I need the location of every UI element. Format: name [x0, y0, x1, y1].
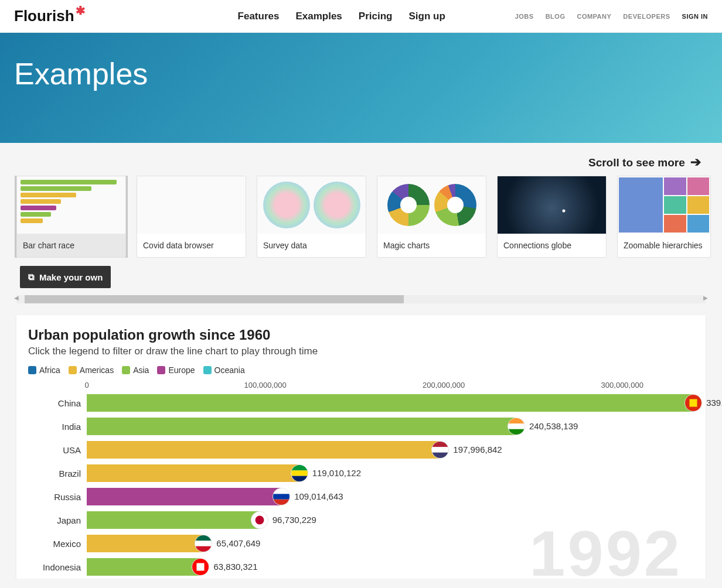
bar-value-label: 339,719,066: [706, 398, 722, 408]
card-label: Magic charts: [377, 234, 486, 257]
bar-category-label: Mexico: [40, 539, 87, 549]
card-label: Zoomable hierarchies: [618, 234, 710, 257]
nav-developers[interactable]: DEVELOPERS: [623, 13, 670, 20]
hero-banner: Examples: [0, 33, 722, 143]
legend-swatch: [28, 366, 36, 374]
nav-company[interactable]: COMPANY: [577, 13, 611, 20]
nav-features[interactable]: Features: [238, 11, 280, 22]
bar-track: 197,996,842: [87, 441, 694, 459]
main-nav: Features Examples Pricing Sign up: [238, 11, 445, 22]
legend-swatch: [69, 366, 77, 374]
examples-carousel[interactable]: Bar chart race Covid data browser Survey…: [0, 176, 722, 258]
bar-value-label: 63,830,321: [213, 562, 257, 572]
bar-fill[interactable]: [87, 441, 440, 459]
arrow-right-icon: ➔: [690, 155, 701, 169]
legend-swatch: [122, 366, 130, 374]
country-flag-icon: [273, 488, 290, 505]
legend-item-asia[interactable]: Asia: [122, 365, 149, 375]
bar-fill[interactable]: [87, 511, 260, 529]
axis-tick: 0: [84, 381, 88, 389]
bar-row: Russia109,014,643: [40, 485, 694, 508]
svg-point-15: [255, 516, 264, 525]
legend-label: Africa: [39, 365, 60, 375]
bar-chart: 1992 China339,719,066India240,538,139USA…: [40, 391, 694, 579]
make-your-own-wrap: ⧉ Make your own: [20, 266, 722, 288]
bar-fill[interactable]: [87, 464, 299, 482]
scroll-more-hint: Scroll to see more ➔: [0, 143, 722, 176]
bar-value-label: 65,407,649: [216, 538, 260, 548]
legend-item-europe[interactable]: Europe: [157, 365, 195, 375]
bar-row: Brazil119,010,122: [40, 461, 694, 485]
nav-blog[interactable]: BLOG: [546, 13, 566, 20]
card-connections-globe[interactable]: Connections globe: [497, 176, 607, 258]
card-covid-data[interactable]: Covid data browser: [137, 176, 246, 258]
scrollbar-thumb[interactable]: [25, 295, 404, 303]
scroll-left-icon[interactable]: ◀: [14, 295, 19, 301]
top-header: Flourish ✱ Features Examples Pricing Sig…: [0, 0, 722, 33]
bar-fill[interactable]: [87, 535, 203, 552]
visualization-panel: Urban population growth since 1960 Click…: [16, 315, 706, 579]
nav-jobs[interactable]: JOBS: [515, 13, 534, 20]
hero-title: Examples: [14, 56, 708, 91]
vis-subtitle: Click the legend to filter or draw the l…: [28, 346, 694, 357]
card-zoomable-hierarchies[interactable]: Zoomable hierarchies: [617, 176, 711, 258]
country-flag-icon: [431, 441, 449, 459]
bar-category-label: Indonesia: [40, 562, 87, 572]
svg-rect-11: [273, 488, 290, 494]
scroll-more-text: Scroll to see more: [588, 156, 685, 169]
bar-value-label: 109,014,643: [294, 491, 343, 501]
nav-examples[interactable]: Examples: [295, 11, 342, 22]
legend-label: Asia: [133, 365, 149, 375]
legend-item-americas[interactable]: Americas: [69, 365, 114, 375]
country-flag-icon: [251, 511, 268, 529]
carousel-scrollbar[interactable]: ◀ ▶: [16, 295, 706, 303]
svg-rect-16: [195, 535, 212, 541]
bar-fill[interactable]: [87, 558, 200, 576]
card-bar-chart-race[interactable]: Bar chart race: [16, 176, 126, 258]
nav-pricing[interactable]: Pricing: [359, 11, 393, 22]
bar-value-label: 240,538,139: [529, 421, 578, 431]
bar-category-label: India: [40, 422, 87, 432]
bar-track: 339,719,066: [87, 394, 694, 412]
bar-track: 63,830,321: [87, 558, 694, 576]
card-label: Bar chart race: [17, 234, 125, 257]
bar-value-label: 197,996,842: [453, 445, 502, 454]
legend-item-oceania[interactable]: Oceania: [203, 365, 245, 375]
card-label: Survey data: [257, 234, 366, 257]
bar-category-label: Brazil: [40, 469, 87, 478]
bar-fill[interactable]: [87, 394, 693, 412]
legend: AfricaAmericasAsiaEuropeOceania: [28, 365, 694, 375]
brand-burst-icon: ✱: [76, 4, 86, 18]
bar-category-label: Russia: [40, 492, 87, 502]
legend-swatch: [203, 366, 212, 374]
svg-rect-8: [291, 465, 308, 470]
bar-category-label: China: [40, 398, 87, 408]
nav-signin[interactable]: SIGN IN: [682, 13, 708, 20]
brand-logo[interactable]: Flourish ✱: [14, 7, 86, 25]
bar-fill[interactable]: [87, 418, 516, 435]
card-thumb: [137, 176, 246, 234]
card-thumb: [257, 176, 366, 234]
card-magic-charts[interactable]: Magic charts: [377, 176, 486, 258]
brand-name: Flourish: [14, 7, 74, 25]
bar-track: 65,407,649: [87, 535, 694, 552]
make-own-label: Make your own: [39, 272, 103, 282]
svg-rect-2: [508, 418, 525, 423]
bar-row: India240,538,139: [40, 415, 694, 438]
card-survey-data[interactable]: Survey data: [257, 176, 366, 258]
axis-tick: 300,000,000: [601, 381, 643, 389]
scroll-right-icon[interactable]: ▶: [703, 295, 708, 301]
make-your-own-button[interactable]: ⧉ Make your own: [20, 266, 111, 288]
nav-signup[interactable]: Sign up: [408, 11, 445, 22]
legend-item-africa[interactable]: Africa: [28, 365, 60, 375]
bar-row: Indonesia63,830,321: [40, 555, 694, 579]
secondary-nav: JOBS BLOG COMPANY DEVELOPERS SIGN IN: [515, 13, 708, 20]
bar-row: Japan96,730,229: [40, 508, 694, 532]
legend-label: Oceania: [214, 365, 245, 375]
axis-tick: 200,000,000: [423, 381, 465, 389]
svg-rect-5: [432, 442, 448, 447]
country-flag-icon: [192, 558, 209, 576]
svg-rect-12: [273, 494, 290, 499]
bar-fill[interactable]: [87, 488, 281, 505]
bar-track: 240,538,139: [87, 418, 694, 435]
